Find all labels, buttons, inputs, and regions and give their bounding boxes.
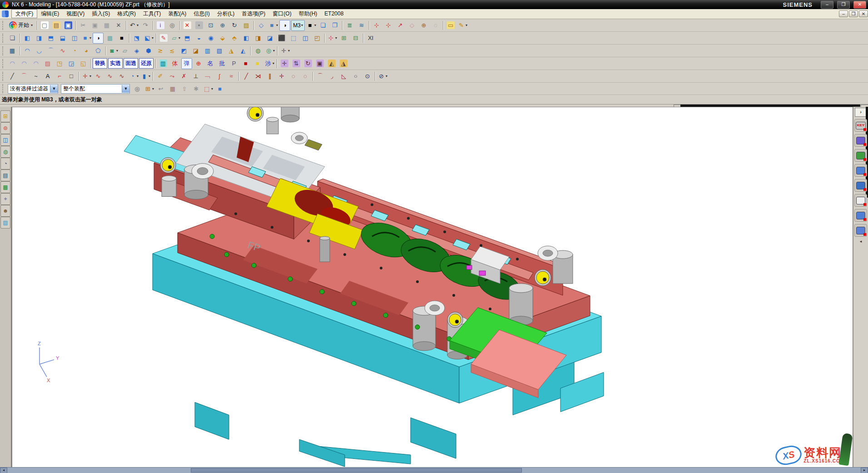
support-pillar[interactable] xyxy=(411,418,456,458)
text-button[interactable]: A xyxy=(42,71,53,82)
ruled-surface-button[interactable]: ◡ xyxy=(34,45,45,56)
menu-3[interactable]: 视图(V) xyxy=(63,10,88,18)
no-selection-filter-button[interactable]: ✕ xyxy=(182,20,193,31)
snapshot-button[interactable]: ▪ xyxy=(193,20,204,31)
name-button[interactable]: 名 xyxy=(205,58,216,69)
corner-button[interactable]: ﹁ xyxy=(202,71,213,82)
visualization-tab[interactable]: ✦ xyxy=(0,193,10,205)
fillet-surface-button[interactable]: ◮ xyxy=(226,45,237,56)
magenta-block[interactable] xyxy=(466,265,472,269)
perpendicular-button[interactable]: ✛ xyxy=(276,71,287,82)
window-layout-button[interactable]: ❐ xyxy=(329,20,340,31)
offset-surface-button[interactable]: ◙▾ xyxy=(108,45,119,56)
purple-block-copy-button[interactable]: ▣ xyxy=(314,58,325,69)
palettes-tab[interactable]: ▤ xyxy=(0,169,10,181)
thicken-button[interactable]: ⬢ xyxy=(143,45,154,56)
find-button[interactable]: ◎ xyxy=(167,20,178,31)
scrollbar-thumb[interactable] xyxy=(191,468,521,473)
hole-button[interactable]: ◉ xyxy=(205,33,216,44)
through-curves-button[interactable]: ⌒ xyxy=(45,45,56,56)
patch-button[interactable]: ≲ xyxy=(167,45,178,56)
support-pillar[interactable] xyxy=(195,402,229,439)
assembly-navigator-tab[interactable]: ⊞ xyxy=(0,110,10,122)
sew-button[interactable]: ≳ xyxy=(155,45,166,56)
chamfer-curve-button[interactable]: ◺ xyxy=(338,71,349,82)
copy-button[interactable]: ▣ xyxy=(89,20,100,31)
double-bend-button[interactable]: ◠ xyxy=(19,58,30,69)
scrollbar-left-arrow[interactable]: ◂ xyxy=(0,468,7,473)
helix-button[interactable]: ◔▾ xyxy=(128,71,139,82)
circle-button[interactable]: ○ xyxy=(350,71,361,82)
trim-body-button[interactable]: ◪ xyxy=(264,33,275,44)
csys-constructor-button[interactable]: ⊹ xyxy=(383,20,394,31)
perspective-cube-button[interactable]: ◇ xyxy=(256,20,267,31)
information-button[interactable]: i xyxy=(155,20,166,31)
arc-button[interactable]: ⌒ xyxy=(19,71,30,82)
rotate-view-button[interactable]: ↻ xyxy=(229,20,240,31)
point-constructor-button[interactable]: ⊹ xyxy=(371,20,382,31)
circle-dashed-button[interactable]: ◌ xyxy=(288,71,299,82)
swept-button[interactable]: ∿ xyxy=(57,45,68,56)
point-button[interactable]: ✛▾ xyxy=(81,71,92,82)
more-items-arrow[interactable]: ◂ xyxy=(860,239,862,244)
magenta-block[interactable] xyxy=(479,271,486,275)
top-view-button[interactable]: ⬒ xyxy=(45,33,56,44)
part-navigator-tab[interactable]: ◫ xyxy=(0,134,10,146)
new-layout-button[interactable]: ❏ xyxy=(317,20,328,31)
law-extension-button[interactable]: ▥ xyxy=(202,45,213,56)
new-file-button[interactable]: ▢ xyxy=(39,20,50,31)
menu-12[interactable]: 帮助(H) xyxy=(295,10,321,18)
shaded-cube-button[interactable]: ■▾ xyxy=(81,33,92,44)
trimetric-view-button[interactable]: ◧ xyxy=(22,33,33,44)
studio-surface-button[interactable]: ◍ xyxy=(253,45,263,56)
studio-spline-button[interactable]: ∿ xyxy=(93,71,104,82)
fillet-curve-button[interactable]: ◞ xyxy=(327,71,337,82)
body-display-button[interactable]: 体 xyxy=(169,58,180,69)
constraint-navigator-tab[interactable]: ⊚ xyxy=(0,122,10,134)
rectangle-button[interactable]: □ xyxy=(66,71,77,82)
zoom-in-out-button[interactable]: ⊕ xyxy=(217,20,228,31)
tube-button[interactable]: ▮▾ xyxy=(140,71,151,82)
menu-8[interactable]: 信息(I) xyxy=(190,10,213,18)
instance-button[interactable]: ⊞ xyxy=(338,33,349,44)
wireframe-button[interactable]: ■ xyxy=(116,33,127,44)
front-view-button[interactable]: ⬓ xyxy=(57,33,68,44)
render-half-button[interactable]: ◑ xyxy=(93,33,104,44)
key-library-button[interactable]: KEY xyxy=(854,119,867,132)
subtract-button[interactable]: ⬚ xyxy=(288,33,299,44)
extrude-button[interactable]: ⬒ xyxy=(182,33,193,44)
undo-button[interactable]: ↶▾ xyxy=(128,20,139,31)
history-tab[interactable]: ◔ xyxy=(0,158,10,169)
menu-9[interactable]: 分析(L) xyxy=(213,10,238,18)
menu-4[interactable]: 插入(S) xyxy=(88,10,114,18)
parallel-line-button[interactable]: ∥ xyxy=(264,71,275,82)
roles-tab[interactable]: ☻ xyxy=(0,205,10,217)
close-button[interactable]: ✕ xyxy=(853,1,866,9)
selection-filter-combo[interactable]: 没有选择过滤器 ▼ xyxy=(8,84,58,94)
expand-toolbar-button[interactable]: › xyxy=(855,108,867,117)
profile-button[interactable]: ⌐ xyxy=(54,71,65,82)
face-display-button[interactable]: ▥ xyxy=(158,58,169,69)
spring-button[interactable]: 弹 xyxy=(181,58,192,69)
menu-7[interactable]: 装配(A) xyxy=(164,10,190,18)
gold-block-button[interactable]: ◭ xyxy=(326,58,337,69)
start-menu-button[interactable]: ◯开始▾ xyxy=(7,20,35,31)
retainer-library-button[interactable] xyxy=(854,179,867,192)
interference-button[interactable]: 涉▾ xyxy=(264,58,275,69)
chevron-down-icon[interactable]: ▼ xyxy=(50,85,58,93)
curve-length-button[interactable]: ⊥ xyxy=(190,71,201,82)
snap-point-button[interactable]: ⊞▾ xyxy=(144,83,154,94)
selection-sphere-button[interactable]: ◌ xyxy=(430,20,441,31)
yellow-solid-button[interactable]: ■ xyxy=(252,58,263,69)
gold-cylinder-button[interactable]: ◮ xyxy=(338,58,349,69)
bridge-button[interactable]: ◕ xyxy=(81,45,92,56)
graphics-viewport[interactable]: FP Z Y X XS 资料网 ZL.XS1616.COM xyxy=(12,107,853,468)
undo-selection-button[interactable]: ↩ xyxy=(155,83,166,94)
shell-button[interactable]: ◰ xyxy=(312,33,322,44)
child-close-button[interactable]: ✕ xyxy=(859,10,868,17)
basic-arc-button[interactable]: ⌒ xyxy=(315,71,326,82)
plane-constructor-button[interactable]: ◇ xyxy=(407,20,417,31)
datum-plane-button[interactable]: ▱▾ xyxy=(170,33,181,44)
pocket-button[interactable]: ⬘ xyxy=(229,33,240,44)
flatten-button[interactable]: ▨ xyxy=(42,58,53,69)
